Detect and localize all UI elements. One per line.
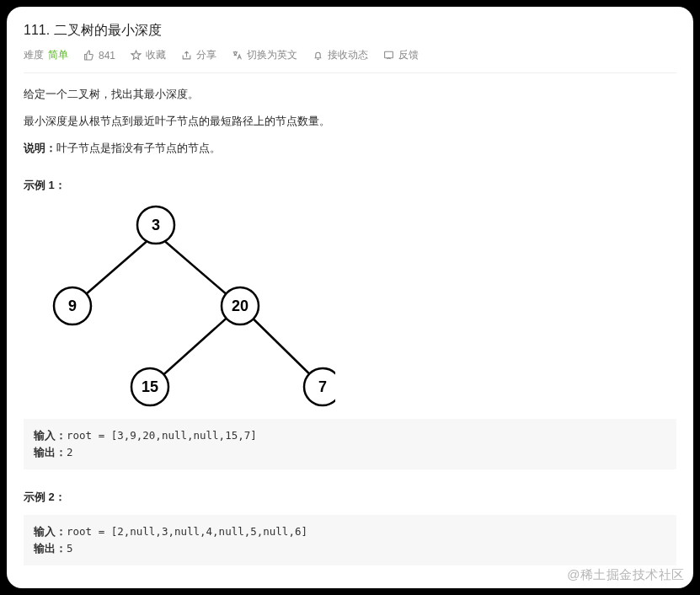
star-icon [131, 50, 142, 61]
note-prefix: 说明： [24, 142, 56, 154]
problem-content: 给定一个二叉树，找出其最小深度。 最小深度是从根节点到最近叶子节点的最短路径上的… [24, 73, 676, 588]
bell-icon [313, 50, 323, 61]
difficulty-value: 简单 [48, 48, 68, 62]
input-value: root = [3,9,20,null,null,15,7] [67, 429, 257, 442]
problem-title: 111. 二叉树的最小深度 [24, 22, 676, 40]
difficulty-label: 难度 [24, 48, 44, 62]
tree-node: 9 [68, 298, 77, 314]
input-value: root = [2,null,3,null,4,null,5,null,6] [67, 525, 307, 538]
note-text: 叶子节点是指没有子节点的节点。 [56, 142, 221, 154]
translate-icon [232, 50, 243, 61]
output-label: 输出： [34, 446, 67, 458]
favorite-label: 收藏 [146, 48, 166, 62]
description-line: 说明：叶子节点是指没有子节点的节点。 [24, 139, 676, 158]
switch-language-button[interactable]: 切换为英文 [232, 48, 297, 62]
notifications-label: 接收动态 [328, 48, 368, 62]
likes-count: 841 [99, 50, 115, 62]
feedback-label: 反馈 [398, 48, 419, 62]
example1-code: 输入：root = [3,9,20,null,null,15,7] 输出：2 [24, 419, 676, 469]
svg-rect-0 [385, 51, 393, 58]
feedback-button[interactable]: 反馈 [383, 48, 419, 62]
example1-tree-diagram: 3 9 20 15 7 [24, 203, 335, 414]
tree-node: 15 [142, 378, 158, 395]
tree-node: 20 [232, 298, 248, 314]
example2-code: 输入：root = [2,null,3,null,4,null,5,null,6… [24, 515, 676, 566]
description-line: 最小深度是从根节点到最近叶子节点的最短路径上的节点数量。 [24, 112, 676, 131]
hints-label: 提示： [24, 586, 676, 588]
input-label: 输入： [34, 525, 67, 538]
likes-button[interactable]: 841 [83, 50, 115, 62]
example2-label: 示例 2： [24, 488, 676, 507]
meta-row: 难度 简单 841 收藏 分享 切换为英文 接收动态 反馈 [24, 48, 676, 73]
difficulty: 难度 简单 [24, 48, 68, 62]
switch-language-label: 切换为英文 [247, 48, 297, 62]
output-value: 2 [67, 446, 73, 458]
share-label: 分享 [196, 48, 216, 62]
tree-node: 3 [152, 217, 160, 233]
favorite-button[interactable]: 收藏 [131, 48, 166, 62]
share-button[interactable]: 分享 [181, 48, 216, 62]
share-icon [181, 50, 192, 61]
output-value: 5 [67, 542, 73, 555]
watermark: @稀土掘金技术社区 [567, 567, 685, 583]
problem-panel: 111. 二叉树的最小深度 难度 简单 841 收藏 分享 切换为英文 接收动态 [7, 7, 693, 588]
example1-label: 示例 1： [24, 176, 676, 195]
notifications-button[interactable]: 接收动态 [313, 48, 368, 62]
description-line: 给定一个二叉树，找出其最小深度。 [24, 85, 676, 104]
thumbs-up-icon [83, 50, 94, 61]
tree-node: 7 [318, 378, 327, 395]
output-label: 输出： [34, 542, 67, 555]
feedback-icon [383, 50, 394, 61]
input-label: 输入： [34, 429, 67, 442]
